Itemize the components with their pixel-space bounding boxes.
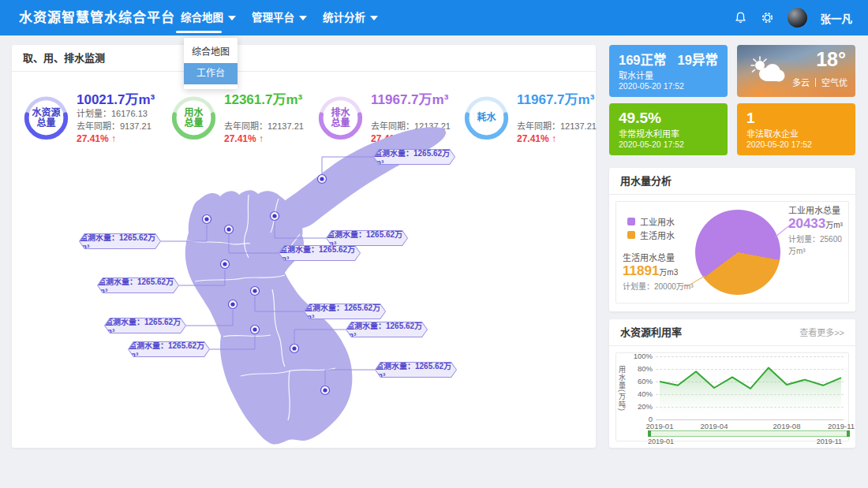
chevron-down-icon bbox=[299, 16, 307, 20]
tile-label: 非法取水企业 bbox=[746, 129, 846, 140]
y-tick: 100% bbox=[627, 352, 653, 361]
monitor-volume-tag-text: 监测水量：1265.62万m³ bbox=[327, 231, 407, 245]
divider bbox=[815, 78, 816, 87]
monitor-dot[interactable] bbox=[292, 346, 296, 350]
tile-value: 1 bbox=[746, 110, 846, 127]
map-menu-dropdown: 综合地图 工作台 bbox=[184, 38, 238, 89]
monitor-dot[interactable] bbox=[223, 262, 226, 266]
menu-label: 综合地图 bbox=[181, 0, 223, 35]
x-tick: 2019-11 bbox=[824, 422, 859, 430]
annotation-label: 工业用水总量 bbox=[788, 205, 848, 216]
usage-analysis-panel: 用水量分析 工业用水 生活用水 工业用水总量 20433万m bbox=[609, 168, 855, 311]
annotation-unit: 万m3 bbox=[659, 268, 678, 277]
monitor-volume-tag-text: 监测水量：1265.62万m³ bbox=[305, 304, 385, 319]
gear-icon[interactable] bbox=[761, 11, 774, 24]
industrial-annotation: 工业用水总量 20433万m³ 计划量：25600万m³ bbox=[788, 205, 848, 257]
region-map[interactable]: 监测水量：1265.62万m³监测水量：1265.62万m³监测水量：1265.… bbox=[12, 45, 596, 448]
brush-start-label: 2019-01 bbox=[648, 438, 674, 445]
utilization-panel: 水资源利用率 查看更多>> 用水量(万吨) 100% 80% 60% 40% 2… bbox=[609, 319, 855, 448]
utilization-panel-header: 水资源利用率 查看更多>> bbox=[609, 319, 855, 346]
usage-panel-body: 工业用水 生活用水 工业用水总量 20433万m³ 计划量：25600万m³ bbox=[615, 201, 849, 304]
y-axis-title: 用水量(万吨) bbox=[617, 366, 627, 412]
utilization-chart-body: 用水量(万吨) 100% 80% 60% 40% 20% 0 bbox=[615, 352, 849, 441]
monitor-volume-tag-text: 监测水量：1265.62万m³ bbox=[346, 322, 427, 337]
bell-icon[interactable] bbox=[734, 11, 747, 24]
top-navbar: 水资源智慧管水综合平台 综合地图 管理平台 统计分析 张一凡 bbox=[0, 0, 868, 35]
monitor-dot[interactable] bbox=[204, 217, 208, 221]
x-tick: 2019-04 bbox=[697, 422, 731, 430]
monitor-volume-tag-text: 监测水量：1265.62万m³ bbox=[279, 246, 360, 260]
domestic-annotation: 生活用水总量 11891万m3 计划量：20000万m³ bbox=[623, 252, 693, 292]
tile-illegal-water-companies: 1 非法取水企业 2020-05-20 17:52 bbox=[737, 103, 855, 155]
menu-comprehensive-map[interactable]: 综合地图 bbox=[174, 0, 242, 35]
user-avatar[interactable] bbox=[788, 8, 807, 28]
weather-temperature: 18° bbox=[816, 48, 846, 71]
dropdown-item-comprehensive-map[interactable]: 综合地图 bbox=[184, 42, 238, 63]
user-name[interactable]: 张一凡 bbox=[821, 10, 853, 26]
annotation-unit: 万m³ bbox=[825, 221, 843, 229]
utilization-panel-title: 水资源利用率 bbox=[620, 326, 682, 338]
tile-label: 非常规水利用率 bbox=[619, 129, 718, 140]
monitor-volume-tag: 监测水量：1265.62万m³ bbox=[375, 362, 457, 378]
annotation-value: 20433 bbox=[788, 216, 825, 231]
tile-timestamp: 2020-05-20 17:52 bbox=[619, 81, 718, 91]
monitor-volume-tag-text: 监测水量：1265.62万m³ bbox=[376, 363, 456, 377]
x-tick: 2019-01 bbox=[642, 422, 677, 430]
monitor-volume-tag: 监测水量：1265.62万m³ bbox=[79, 233, 161, 249]
y-tick: 20% bbox=[627, 402, 653, 412]
app-title: 水资源智慧管水综合平台 bbox=[19, 0, 175, 35]
chevron-down-icon bbox=[228, 16, 236, 20]
brush-handle-right[interactable] bbox=[847, 430, 850, 437]
tile-timestamp: 2020-05-20 17:52 bbox=[746, 140, 846, 150]
y-tick: 40% bbox=[627, 389, 653, 399]
main-menu: 综合地图 管理平台 统计分析 bbox=[174, 0, 387, 35]
tile-weather: 18° 多云 空气优 bbox=[737, 45, 855, 97]
monitor-volume-tag-text: 监测水量：1265.62万m³ bbox=[80, 234, 160, 248]
monitor-dot[interactable] bbox=[226, 227, 230, 231]
monitor-volume-tag: 监测水量：1265.62万m³ bbox=[326, 230, 408, 246]
tile-water-metering: 169正常 19异常 取水计量 2020-05-20 17:52 bbox=[609, 45, 728, 97]
menu-label: 统计分析 bbox=[323, 0, 365, 35]
annotation-value: 11891 bbox=[623, 263, 659, 278]
monitor-volume-tag-text: 监测水量：1265.62万m³ bbox=[105, 319, 185, 333]
monitor-volume-tag-text: 监测水量：1265.62万m³ bbox=[98, 278, 178, 292]
monitor-volume-tag-text: 监测水量：1265.62万m³ bbox=[374, 150, 455, 164]
annotation-plan: 计划量：20000万m³ bbox=[623, 281, 693, 292]
monitor-volume-tag: 监测水量：1265.62万m³ bbox=[128, 341, 210, 357]
monitor-volume-tag: 监测水量：1265.62万m³ bbox=[104, 318, 186, 333]
monitor-dot[interactable] bbox=[253, 289, 256, 292]
menu-label: 管理平台 bbox=[252, 0, 294, 35]
sun-cloud-icon bbox=[745, 55, 788, 85]
map-panhandle-region bbox=[284, 127, 446, 229]
monitor-dot[interactable] bbox=[323, 388, 327, 392]
monitor-volume-tag-text: 监测水量：1265.62万m³ bbox=[129, 342, 209, 356]
brush-end-label: 2019-11 bbox=[817, 438, 842, 445]
tile-label: 取水计量 bbox=[619, 70, 718, 81]
monitor-volume-tag: 监测水量：1265.62万m³ bbox=[346, 322, 428, 337]
time-brush[interactable] bbox=[648, 430, 850, 437]
annotation-label: 生活用水总量 bbox=[623, 252, 693, 263]
monitor-volume-tag: 监测水量：1265.62万m³ bbox=[279, 245, 361, 261]
x-tick: 2019-08 bbox=[769, 422, 804, 430]
chevron-down-icon bbox=[370, 16, 378, 20]
y-tick: 80% bbox=[627, 364, 653, 374]
menu-statistics[interactable]: 统计分析 bbox=[316, 0, 384, 35]
navbar-right: 张一凡 bbox=[734, 0, 853, 35]
monitor-dot[interactable] bbox=[253, 327, 256, 331]
monitor-volume-tag: 监测水量：1265.62万m³ bbox=[97, 278, 179, 293]
view-more-link[interactable]: 查看更多>> bbox=[799, 319, 844, 346]
monitor-volume-tag: 监测水量：1265.62万m³ bbox=[304, 304, 386, 319]
annotation-plan: 计划量：25600万m³ bbox=[788, 233, 848, 257]
x-axis-line bbox=[656, 419, 844, 420]
monitor-dot[interactable] bbox=[272, 214, 276, 218]
dropdown-item-workbench[interactable]: 工作台 bbox=[184, 63, 238, 84]
weather-description: 多云 bbox=[792, 76, 810, 88]
brush-handle-left[interactable] bbox=[648, 430, 651, 437]
monitor-dot[interactable] bbox=[320, 177, 324, 181]
monitor-panel: 取、用、排水监测 水资源 总量 10021.7万m³ 计划量：16176.13 … bbox=[12, 45, 596, 448]
tile-unconventional-water-rate: 49.5% 非常规水利用率 2020-05-20 17:52 bbox=[609, 103, 728, 155]
metering-abnormal-count: 19异常 bbox=[678, 51, 718, 69]
monitor-dot[interactable] bbox=[230, 302, 234, 306]
menu-management-platform[interactable]: 管理平台 bbox=[245, 0, 313, 35]
usage-panel-title: 用水量分析 bbox=[609, 168, 855, 195]
